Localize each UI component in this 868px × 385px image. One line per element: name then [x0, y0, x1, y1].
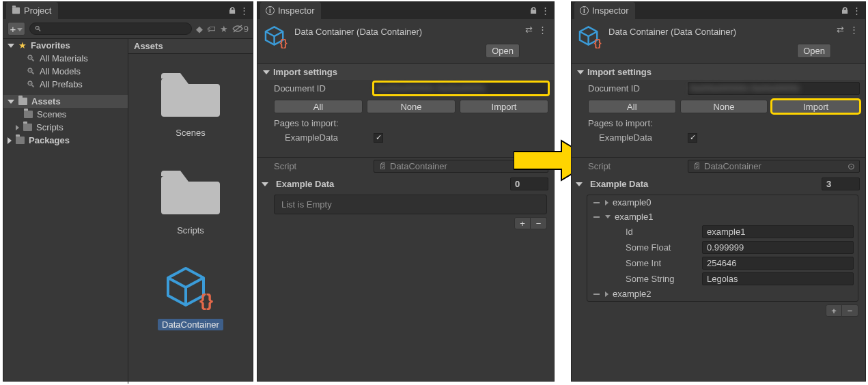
- chevron-down-icon: [8, 100, 14, 104]
- hidden-count: 9: [244, 24, 249, 34]
- grid-item-folder[interactable]: Scenes: [161, 70, 220, 138]
- lock-icon[interactable]: 🔒︎: [841, 5, 850, 16]
- string-input[interactable]: Legolas: [702, 272, 854, 285]
- filter-label-icon[interactable]: 🏷︎: [207, 24, 216, 34]
- component-menu-icon[interactable]: ⋮: [538, 25, 547, 35]
- script-icon: 📄︎: [692, 161, 701, 171]
- object-picker-icon[interactable]: ⊙: [848, 161, 855, 171]
- fav-item-prefabs[interactable]: 🔍︎All Prefabs: [3, 78, 128, 91]
- context-menu-icon[interactable]: ⋮: [240, 5, 249, 16]
- project-search-input[interactable]: 🔍︎: [29, 23, 192, 35]
- asset-title: Data Container (Data Container): [608, 25, 831, 37]
- preset-icon[interactable]: ⇄: [837, 25, 844, 35]
- inspector-panel-before: i Inspector 🔒︎⋮ {} Data Container (Data …: [257, 1, 555, 382]
- list-item[interactable]: example0: [587, 195, 858, 210]
- field-label-float: Some Float: [626, 242, 698, 253]
- script-label: Script: [274, 161, 369, 171]
- grid-item-folder[interactable]: Scripts: [161, 168, 220, 236]
- folder-icon: [12, 8, 20, 14]
- tree-label: Scenes: [37, 109, 66, 119]
- list-add-button[interactable]: +: [826, 304, 842, 317]
- inspector-tab[interactable]: i Inspector: [260, 2, 321, 19]
- section-label: Import settings: [587, 67, 652, 77]
- favorite-star-icon[interactable]: ★: [220, 24, 228, 34]
- open-button[interactable]: Open: [797, 44, 831, 58]
- page-checkbox[interactable]: ✓: [374, 133, 383, 143]
- filter-type-icon[interactable]: ◆︎: [196, 24, 203, 34]
- select-all-button[interactable]: All: [274, 100, 363, 113]
- document-id-input[interactable]: XxxXXxxXXXXXx XxxXxxXXXXx: [374, 82, 548, 95]
- list-remove-button[interactable]: −: [842, 304, 858, 317]
- project-tab-label: Project: [24, 5, 51, 16]
- favorites-header[interactable]: ★ Favorites: [3, 39, 128, 52]
- breadcrumb[interactable]: Assets: [128, 39, 253, 54]
- grid-item-label: Scripts: [177, 225, 204, 236]
- context-menu-icon[interactable]: ⋮: [541, 5, 550, 16]
- select-none-button[interactable]: None: [367, 100, 456, 113]
- drag-handle-icon[interactable]: [591, 202, 601, 203]
- project-tree: ★ Favorites 🔍︎All Materials 🔍︎All Models…: [3, 39, 128, 384]
- folder-icon: [23, 124, 32, 131]
- import-settings-header[interactable]: Import settings: [257, 64, 554, 80]
- inspector-panel-after: i Inspector 🔒︎⋮ {} Data Container (Data …: [571, 1, 866, 382]
- grid-item-label-selected: DataContainer: [158, 319, 223, 330]
- project-panel: Project 🔒︎ ⋮ + 🔍︎ ◆︎ 🏷︎ ★ 9 ★ Favorit: [3, 1, 253, 382]
- inspector-tab[interactable]: i Inspector: [574, 2, 635, 19]
- chevron-down-icon: [576, 182, 583, 186]
- chevron-down-icon: [577, 70, 584, 74]
- fav-item-models[interactable]: 🔍︎All Models: [3, 65, 128, 78]
- page-checkbox[interactable]: ✓: [688, 133, 697, 143]
- list-count-input[interactable]: 3: [822, 177, 860, 190]
- search-icon: 🔍︎: [27, 53, 36, 63]
- select-none-button[interactable]: None: [680, 100, 768, 113]
- script-value: DataContainer: [704, 161, 761, 171]
- script-field: 📄︎ DataContainer ⊙: [688, 160, 860, 173]
- chevron-down-icon: [263, 70, 270, 74]
- int-input[interactable]: 254646: [702, 257, 854, 270]
- page-item-label: ExampleData: [285, 132, 369, 143]
- id-input[interactable]: example1: [702, 225, 854, 238]
- add-button[interactable]: +: [8, 22, 25, 35]
- lock-icon[interactable]: 🔒︎: [529, 5, 538, 16]
- list-item[interactable]: example1: [587, 210, 858, 224]
- grid-item-label: Scenes: [176, 128, 205, 138]
- list-item[interactable]: example2: [587, 287, 858, 301]
- select-all-button[interactable]: All: [588, 100, 676, 113]
- grid-item-asset[interactable]: {} DataContainer: [158, 266, 223, 330]
- scriptable-object-icon: {}: [264, 25, 289, 49]
- document-id-input[interactable]: XxxXXxxXXXXXx XxxXxxXXXXx: [688, 82, 860, 95]
- packages-header[interactable]: Packages: [3, 134, 128, 147]
- example-data-label[interactable]: Example Data: [590, 179, 648, 189]
- hidden-icon[interactable]: 9: [232, 24, 249, 34]
- drag-handle-icon[interactable]: [591, 294, 601, 295]
- list-remove-button[interactable]: −: [531, 217, 547, 229]
- chevron-right-icon: [8, 137, 12, 144]
- list-add-button[interactable]: +: [514, 217, 531, 229]
- import-settings-header[interactable]: Import settings: [572, 64, 865, 80]
- chevron-right-icon: [605, 291, 608, 297]
- tree-item-scripts[interactable]: Scripts: [3, 121, 128, 134]
- project-tab[interactable]: Project: [6, 2, 58, 19]
- script-value: DataContainer: [390, 161, 447, 171]
- lock-icon[interactable]: 🔒︎: [228, 5, 237, 16]
- tree-item-scenes[interactable]: Scenes: [3, 108, 128, 121]
- svg-text:{}: {}: [593, 38, 602, 48]
- folder-icon: [161, 70, 220, 117]
- chevron-down-icon: [262, 182, 268, 186]
- preset-icon[interactable]: ⇄: [525, 25, 533, 35]
- inspector-tabbar: i Inspector 🔒︎⋮: [572, 2, 865, 19]
- assets-grid-area: Assets Scenes Scripts {} Data: [128, 39, 253, 384]
- drag-handle-icon[interactable]: [591, 216, 601, 218]
- field-label-id: Id: [626, 227, 698, 237]
- inspector-tab-label: Inspector: [278, 5, 314, 16]
- fav-item-materials[interactable]: 🔍︎All Materials: [3, 52, 128, 65]
- import-button[interactable]: Import: [772, 100, 860, 113]
- float-input[interactable]: 0.999999: [702, 241, 854, 254]
- search-icon: 🔍︎: [27, 79, 36, 89]
- example-data-label[interactable]: Example Data: [276, 179, 334, 189]
- context-menu-icon[interactable]: ⋮: [852, 5, 861, 16]
- assets-header[interactable]: Assets: [3, 95, 128, 108]
- component-menu-icon[interactable]: ⋮: [850, 25, 858, 35]
- open-button[interactable]: Open: [486, 44, 520, 58]
- import-button[interactable]: Import: [460, 100, 548, 113]
